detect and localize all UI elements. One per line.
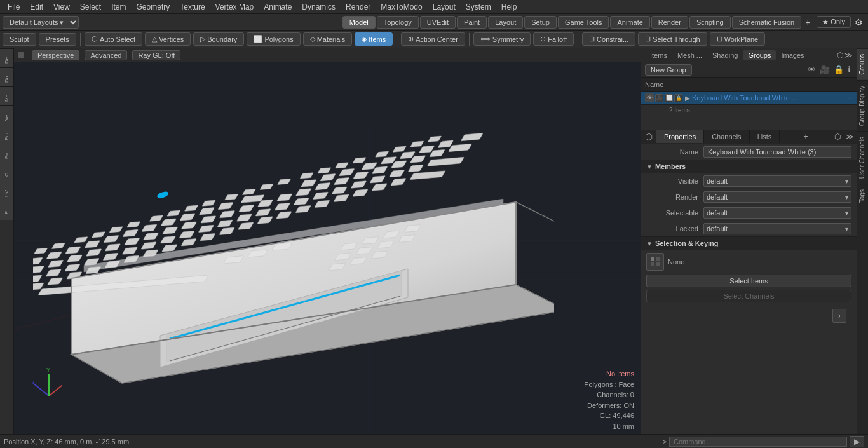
members-section-header[interactable]: ▼ Members bbox=[641, 160, 857, 173]
expand-right-button[interactable]: › bbox=[832, 309, 846, 323]
viewport-tab-perspective[interactable]: Perspective bbox=[32, 50, 79, 60]
command-input[interactable] bbox=[669, 437, 847, 447]
tab-scripting[interactable]: Scripting bbox=[689, 16, 731, 29]
menu-animate[interactable]: Animate bbox=[259, 1, 297, 13]
props-expand-icon[interactable]: ⬡ bbox=[832, 130, 843, 144]
item-expand-icon[interactable]: ▶ bbox=[685, 95, 690, 102]
menu-view[interactable]: View bbox=[48, 1, 75, 13]
panel-expand-icon[interactable]: ⬡ bbox=[837, 51, 843, 60]
props-tab-lists[interactable]: Lists bbox=[750, 130, 780, 143]
selection-keying-section-header[interactable]: ▼ Selection & Keying bbox=[641, 237, 857, 250]
item-dots-icon[interactable]: ··· bbox=[848, 95, 853, 102]
left-tab-uv[interactable]: UV... bbox=[0, 182, 13, 201]
left-tab-me[interactable]: Me... bbox=[0, 86, 13, 105]
tab-model[interactable]: Model bbox=[342, 16, 376, 29]
panel-info-icon[interactable]: ℹ bbox=[846, 64, 853, 76]
workplane-button[interactable]: ⊟ WorkPlane bbox=[710, 32, 766, 46]
star-only-button[interactable]: ★ Only bbox=[817, 16, 851, 28]
menu-maxtomodo[interactable]: MaxToModo bbox=[376, 1, 427, 13]
viewport-icon[interactable] bbox=[18, 52, 24, 58]
materials-button[interactable]: ◇ Materials bbox=[303, 32, 353, 46]
props-add-tab-button[interactable]: + bbox=[799, 130, 813, 144]
vtab-group-display[interactable]: Group Display bbox=[857, 80, 868, 131]
viewport-tab-advanced[interactable]: Advanced bbox=[85, 50, 127, 60]
tab-setup[interactable]: Setup bbox=[524, 16, 557, 29]
left-tab-em[interactable]: Em... bbox=[0, 125, 13, 144]
panel-tab-mesh[interactable]: Mesh ... bbox=[672, 50, 707, 60]
panel-lock-icon[interactable]: 🔒 bbox=[832, 64, 846, 76]
selectable-select[interactable]: default ▾ bbox=[703, 207, 851, 219]
left-tab-de[interactable]: De... bbox=[0, 48, 13, 67]
tab-schematic-fusion[interactable]: Schematic Fusion bbox=[732, 16, 801, 29]
constraints-button[interactable]: ⊞ Constrai... bbox=[582, 32, 635, 46]
tab-uvedit[interactable]: UVEdit bbox=[420, 16, 456, 29]
menu-edit[interactable]: Edit bbox=[25, 1, 48, 13]
keying-grid-icon[interactable] bbox=[646, 253, 664, 271]
symmetry-button[interactable]: ⟺ Symmetry bbox=[473, 32, 531, 46]
visible-select[interactable]: default ▾ bbox=[703, 175, 851, 187]
menu-select[interactable]: Select bbox=[75, 1, 106, 13]
panel-collapse-icon[interactable]: ≫ bbox=[844, 51, 853, 60]
menu-system[interactable]: System bbox=[461, 1, 496, 13]
locked-select[interactable]: default ▾ bbox=[703, 223, 851, 234]
menu-dynamics[interactable]: Dynamics bbox=[297, 1, 341, 13]
name-field-input[interactable] bbox=[703, 146, 851, 158]
falloff-button[interactable]: ⊙ Falloff bbox=[533, 32, 574, 46]
tab-paint[interactable]: Paint bbox=[457, 16, 487, 29]
panel-eye-icon[interactable]: 👁 bbox=[806, 64, 818, 76]
layout-select[interactable]: Default Layouts ▾ bbox=[3, 16, 79, 29]
tab-game-tools[interactable]: Game Tools bbox=[558, 16, 609, 29]
item-eye-icon[interactable]: 👁 bbox=[645, 93, 654, 102]
tab-topology[interactable]: Topology bbox=[377, 16, 419, 29]
panel-tab-shading[interactable]: Shading bbox=[707, 50, 743, 60]
tab-animate[interactable]: Animate bbox=[610, 16, 649, 29]
boundary-button[interactable]: ▷ Boundary bbox=[193, 32, 244, 46]
props-collapse-icon[interactable]: ⬡ bbox=[641, 130, 656, 143]
viewport-tab-raygl[interactable]: Ray GL: Off bbox=[132, 50, 180, 60]
group-subitem[interactable]: 2 Items bbox=[641, 105, 857, 116]
panel-tab-items[interactable]: Items bbox=[645, 50, 672, 60]
menu-layout[interactable]: Layout bbox=[428, 1, 461, 13]
panel-tab-groups[interactable]: Groups bbox=[743, 50, 776, 60]
action-center-button[interactable]: ⊕ Action Center bbox=[401, 32, 465, 46]
auto-select-button[interactable]: ⬡ Auto Select bbox=[85, 32, 142, 46]
tab-layout[interactable]: Layout bbox=[488, 16, 523, 29]
sculpt-button[interactable]: Sculpt bbox=[3, 33, 36, 46]
tab-render[interactable]: Render bbox=[651, 16, 688, 29]
select-items-button[interactable]: Select Items bbox=[646, 275, 851, 287]
left-tab-po[interactable]: Po... bbox=[0, 144, 13, 163]
menu-help[interactable]: Help bbox=[496, 1, 522, 13]
vtab-tags[interactable]: Tags bbox=[857, 184, 868, 208]
items-button[interactable]: ◈ Items bbox=[355, 32, 393, 46]
vertices-button[interactable]: △ Vertices bbox=[145, 32, 191, 46]
left-tab-ve[interactable]: Ve... bbox=[0, 105, 13, 125]
menu-render[interactable]: Render bbox=[341, 1, 376, 13]
select-channels-button[interactable]: Select Channels bbox=[646, 290, 851, 302]
group-item[interactable]: 👁 🎥 ⬜ 🔒 ▶ Keyboard With Touchpad White .… bbox=[641, 92, 857, 105]
menu-geometry[interactable]: Geometry bbox=[132, 1, 175, 13]
presets-button[interactable]: Presets bbox=[39, 33, 76, 46]
settings-icon[interactable]: ⚙ bbox=[852, 16, 865, 29]
props-expand2-icon[interactable]: ≫ bbox=[843, 130, 857, 144]
left-tab-du[interactable]: Du... bbox=[0, 67, 13, 86]
left-tab-f[interactable]: F... bbox=[0, 201, 13, 220]
panel-tab-images[interactable]: Images bbox=[776, 50, 809, 60]
props-tab-properties[interactable]: Properties bbox=[656, 130, 704, 143]
add-workspace-button[interactable]: + bbox=[803, 16, 813, 29]
select-through-button[interactable]: ⊡ Select Through bbox=[638, 32, 707, 46]
panel-render-icon[interactable]: 🎥 bbox=[818, 64, 832, 76]
viewport-canvas[interactable]: X Z Y No Items Polygons : Face Channels:… bbox=[14, 62, 641, 434]
command-run-button[interactable]: ▶ bbox=[850, 436, 864, 447]
render-select[interactable]: default ▾ bbox=[703, 191, 851, 203]
props-tab-channels[interactable]: Channels bbox=[704, 130, 749, 143]
viewport[interactable]: Perspective Advanced Ray GL: Off ⊞ ↺ ⌕ ⛶… bbox=[14, 48, 641, 434]
vtab-user-channels[interactable]: User Channels bbox=[857, 131, 868, 184]
left-tab-c[interactable]: C... bbox=[0, 163, 13, 182]
menu-texture[interactable]: Texture bbox=[175, 1, 210, 13]
vtab-groups[interactable]: Groups bbox=[857, 48, 868, 80]
menu-item[interactable]: Item bbox=[106, 1, 131, 13]
new-group-button[interactable]: New Group bbox=[645, 64, 692, 76]
menu-file[interactable]: File bbox=[3, 1, 25, 13]
menu-vertex-map[interactable]: Vertex Map bbox=[210, 1, 259, 13]
polygons-button[interactable]: ⬜ Polygons bbox=[247, 32, 300, 46]
